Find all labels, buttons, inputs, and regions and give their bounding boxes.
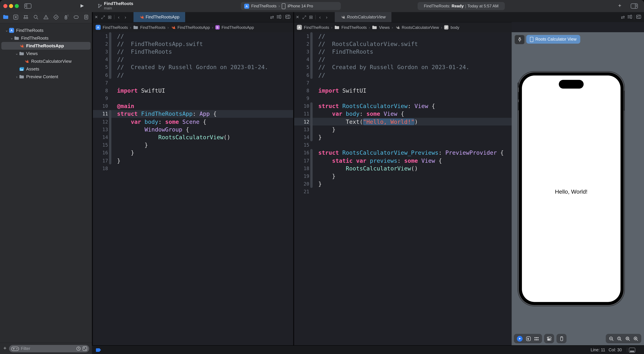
close-editor-icon[interactable]: ✕ [294, 15, 301, 20]
scheme-selector[interactable]: FindTheRoots › iPhone 14 Pro [241, 2, 341, 10]
editor-options-icon[interactable] [276, 14, 282, 20]
zoom-fit-button[interactable] [625, 336, 630, 341]
editor2-breadcrumb[interactable]: FindTheRoots›FindTheRoots›Views›RootsCal… [294, 22, 512, 32]
code-line[interactable]: 2// FindTheRootsApp.swift [93, 40, 293, 48]
code-line[interactable]: 13 } [294, 126, 512, 133]
pin-preview-button[interactable] [514, 35, 524, 44]
forward-icon[interactable]: › [323, 15, 330, 20]
sidebar-item-assets[interactable]: Assets [0, 65, 92, 73]
scm-status-filter-icon[interactable] [82, 346, 87, 351]
find-navigator-icon[interactable] [33, 14, 39, 21]
code-line[interactable]: 5// Created by Russell Gordon on 2023-01… [93, 63, 293, 71]
code-line[interactable]: 14} [294, 133, 512, 141]
code-line[interactable]: 14 RootsCalculatorView() [93, 133, 293, 141]
live-preview-button[interactable]: ▶ [517, 336, 523, 341]
back-icon[interactable]: ‹ [317, 15, 323, 20]
preview-screen[interactable]: Hello, World! [522, 76, 620, 302]
code-line[interactable]: 12 var body: some Scene { [93, 118, 293, 126]
code-line[interactable]: 21 [294, 188, 512, 196]
filter-input[interactable]: Filter [9, 345, 89, 352]
code-line[interactable]: 17} [93, 157, 293, 164]
focus-editor-icon[interactable]: ⤢ [301, 14, 308, 20]
add-editor-icon[interactable] [635, 14, 642, 20]
editor1-breadcrumb[interactable]: FindTheRoots›FindTheRoots›FindTheRootsAp… [93, 22, 293, 32]
symbol-navigator-icon[interactable] [23, 14, 29, 21]
code-line[interactable]: 11struct FindTheRootsApp: App { [93, 110, 293, 118]
zoom-window-button[interactable] [15, 4, 19, 8]
variants-grid-button[interactable] [534, 336, 539, 341]
report-navigator-icon[interactable] [83, 14, 89, 21]
code-line[interactable]: 20} [294, 180, 512, 188]
code-line[interactable]: 1// [294, 32, 512, 40]
code-line[interactable]: 7 [294, 79, 512, 87]
breadcrumb-item[interactable]: RootsCalculatorView [402, 25, 439, 30]
zoom-100-button[interactable] [617, 336, 622, 341]
preview-device-button[interactable]: Roots Calculator View [526, 35, 580, 44]
code-line[interactable]: 18 [93, 164, 293, 172]
code-line[interactable]: 3// FindTheRoots [294, 48, 512, 56]
zoom-out-button[interactable] [609, 336, 614, 341]
code-line[interactable]: 17 static var previews: some View { [294, 157, 512, 164]
breadcrumb-item[interactable]: body [451, 25, 459, 30]
code-line[interactable]: 5// Created by Russell Gordon on 2023-01… [294, 63, 512, 71]
test-navigator-icon[interactable] [53, 14, 59, 21]
code-line[interactable]: 9 [294, 95, 512, 102]
code-line[interactable]: 6// [93, 71, 293, 79]
issue-navigator-icon[interactable] [43, 14, 49, 21]
selectable-preview-button[interactable] [526, 336, 531, 341]
code-line[interactable]: 8import SwiftUI [93, 87, 293, 95]
scheme-destination[interactable]: iPhone 14 Pro [288, 4, 313, 9]
back-icon[interactable]: ‹ [116, 15, 122, 20]
editor2-code[interactable]: 1//2// RootsCalculatorView.swift3// Find… [294, 32, 512, 345]
navigator-toggle-icon[interactable] [24, 3, 32, 10]
disclosure-open-icon[interactable]: ⌄ [10, 36, 14, 40]
code-line[interactable]: 10struct RootsCalculatorView: View { [294, 102, 512, 110]
source-control-navigator-icon[interactable] [13, 14, 19, 21]
breadcrumb-item[interactable]: FindTheRoots [304, 25, 329, 30]
inspector-toggle-icon[interactable] [630, 3, 638, 10]
swap-editor-icon[interactable]: ⇄ [269, 15, 276, 20]
breadcrumb-item[interactable]: FindTheRootsApp [178, 25, 210, 30]
code-line[interactable]: 16struct RootsCalculatorView_Previews: P… [294, 149, 512, 157]
recents-clock-icon[interactable] [76, 346, 81, 351]
editor1-code[interactable]: 1//2// FindTheRootsApp.swift3// FindTheR… [93, 32, 293, 345]
minimize-window-button[interactable] [9, 4, 13, 8]
add-editor-icon[interactable] [284, 14, 291, 20]
sidebar-item-findtheroots[interactable]: ⌄FindTheRoots [0, 27, 92, 34]
code-line[interactable]: 7 [93, 79, 293, 87]
code-line[interactable]: 18 RootsCalculatorView() [294, 164, 512, 172]
device-settings-button[interactable] [544, 334, 554, 343]
code-line[interactable]: 2// RootsCalculatorView.swift [294, 40, 512, 48]
code-line[interactable]: 4// [93, 56, 293, 63]
close-window-button[interactable] [3, 4, 8, 8]
scheme-project-name[interactable]: FindTheRoots [251, 4, 276, 9]
breadcrumb-item[interactable]: FindTheRootsApp [222, 25, 254, 30]
code-line[interactable]: 16 } [93, 149, 293, 157]
breakpoint-indicator[interactable] [96, 348, 101, 352]
code-line[interactable]: 19 } [294, 172, 512, 180]
tab-rootscalculatorview[interactable]: RootsCalculatorView [335, 12, 392, 22]
breadcrumb-item[interactable]: FindTheRoots [103, 25, 128, 30]
add-file-button[interactable]: + [3, 345, 6, 351]
sidebar-item-findtheroots[interactable]: ⌄FindTheRoots [0, 34, 92, 42]
debug-navigator-icon[interactable] [63, 14, 69, 21]
breakpoint-navigator-icon[interactable] [73, 14, 79, 21]
code-line[interactable]: 1// [93, 32, 293, 40]
sidebar-item-views[interactable]: ⌄Views [0, 50, 92, 57]
sidebar-item-rootscalculatorview[interactable]: RootsCalculatorView [0, 57, 92, 65]
forward-icon[interactable]: › [122, 15, 129, 20]
sidebar-item-findtherootsapp[interactable]: FindTheRootsApp [1, 42, 90, 50]
zoom-in-button[interactable] [633, 336, 638, 341]
related-items-icon[interactable]: ⊞ [106, 15, 113, 20]
code-line[interactable]: 3// FindTheRoots [93, 48, 293, 56]
code-line[interactable]: 8import SwiftUI [294, 87, 512, 95]
related-items-icon[interactable]: ⊞ [308, 15, 314, 20]
code-line[interactable]: 11 var body: some View { [294, 110, 512, 118]
disclosure-closed-icon[interactable]: › [15, 75, 18, 79]
swap-editor-icon[interactable]: ⇄ [620, 15, 626, 20]
disclosure-open-icon[interactable]: ⌄ [15, 51, 18, 56]
breadcrumb-item[interactable]: Views [379, 25, 390, 30]
code-line[interactable]: 10@main [93, 102, 293, 110]
breadcrumb-item[interactable]: FindTheRoots [140, 25, 166, 30]
code-line[interactable]: 15 } [93, 141, 293, 149]
